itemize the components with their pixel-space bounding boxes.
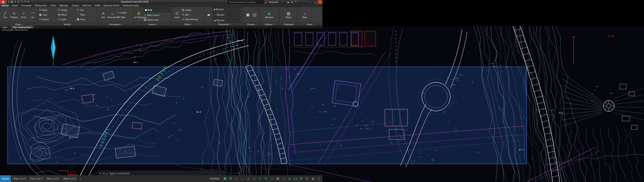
panel-label-block[interactable]: Block▾ <box>172 22 205 26</box>
osnap-icon[interactable]: ⌖ <box>257 176 263 182</box>
site-grading-plan-drawing[interactable]: SOQUELDRIVE36.234.838.444.6240.639.842.1… <box>0 26 644 182</box>
ribbon-button[interactable]: A Text <box>99 11 107 18</box>
bylayer-dropdown[interactable]: ▬ ByLayer ▾ <box>213 18 242 23</box>
layout-tab[interactable]: Plan 4 of 4 <box>61 175 78 182</box>
ortho-icon[interactable]: ∟ <box>240 176 245 182</box>
a360-cloud-icon[interactable]: ☁ <box>287 0 289 3</box>
ribbon-button[interactable]: ✓ Make Current <box>144 13 171 17</box>
ribbon-tab[interactable]: A360 <box>93 4 102 7</box>
ribbon-button[interactable]: ✎ Edit <box>182 13 198 17</box>
ribbon-button[interactable]: ╱ Line <box>1 11 9 18</box>
ribbon-tab[interactable]: Add-ins <box>81 4 93 7</box>
layer-dropdown[interactable]: ▾ <box>144 8 171 12</box>
annotation-visibility-icon[interactable]: A <box>287 176 292 182</box>
ribbon-button[interactable]: ▦ Array <box>77 17 96 22</box>
save-icon[interactable]: ⇓ <box>14 0 16 4</box>
bylayer-dropdown[interactable]: ■ ByLayer ▾ <box>213 7 242 12</box>
command-input[interactable]: Type a command <box>109 172 130 175</box>
close-button[interactable]: ✕ <box>318 0 322 4</box>
panel-label-draw[interactable]: Draw▾ <box>0 22 38 26</box>
application-menu-button[interactable]: A <box>0 0 6 4</box>
clean-screen-icon[interactable]: ▢ <box>316 176 322 182</box>
ribbon-tab[interactable]: Annotate <box>20 4 33 7</box>
model-space-label[interactable]: MODEL <box>210 177 220 180</box>
ribbon-button[interactable]: ↦ Stretch <box>39 17 58 22</box>
snap-icon[interactable]: ⊞ <box>228 176 234 182</box>
layer-properties-button[interactable]: ≣ Layer Properties <box>135 11 143 18</box>
panel-label-annotation[interactable]: Annotation▾ <box>98 22 133 26</box>
ribbon-tab[interactable]: Express Tools <box>102 4 121 7</box>
ribbon-tab[interactable]: Manage <box>57 4 70 7</box>
minimize-button[interactable]: ─ <box>309 0 313 4</box>
ribbon-button[interactable]: ⌒ Fillet <box>77 13 96 17</box>
grid-icon[interactable]: ▦ <box>222 176 228 182</box>
paste-button[interactable]: ▤ Paste <box>284 11 293 18</box>
quick-properties-icon[interactable]: ⊟ <box>304 176 310 182</box>
help-icon[interactable]: ? <box>295 0 296 3</box>
panel-label-view[interactable]: View▾ <box>298 22 322 26</box>
ribbon-tab[interactable]: Insert <box>10 4 20 7</box>
ribbon-button[interactable]: ↻ Rotate <box>58 8 77 13</box>
open-icon[interactable]: ▤ <box>10 0 13 4</box>
transparency-icon[interactable]: ▩ <box>275 176 280 182</box>
signin-user[interactable]: kmsmith <box>269 1 278 3</box>
plot-icon[interactable]: ⎙ <box>18 0 20 4</box>
undo-icon[interactable]: ↶ <box>21 0 23 4</box>
layout-tab[interactable]: Model <box>0 175 11 182</box>
panel-label-modify[interactable]: Modify▾ <box>38 22 98 26</box>
panel-label-properties[interactable]: Properties▾ <box>205 22 244 26</box>
search-input[interactable] <box>228 0 264 4</box>
redo-icon[interactable]: ↷ <box>24 0 26 4</box>
polar-tracking-icon[interactable]: ∠ <box>246 176 251 182</box>
new-drawing-tab-button[interactable]: + <box>35 26 39 29</box>
infer-constraints-icon[interactable]: ◇ <box>234 176 239 182</box>
ribbon-button[interactable]: ✛ Move <box>39 8 58 13</box>
panel-label-clipboard[interactable]: Clipboard <box>279 22 298 26</box>
layout-tab[interactable]: Plan 3 of 4 <box>28 175 45 182</box>
ribbon-button[interactable]: ⊞ Create <box>182 8 198 13</box>
command-close-icon[interactable]: ✕ <box>99 172 101 175</box>
measure-button[interactable]: ∡ Measure <box>265 11 273 18</box>
ribbon-button[interactable]: ▭ Edit Attributes <box>182 17 198 22</box>
new-layout-button[interactable]: + <box>78 175 83 182</box>
isodraft-icon[interactable]: △ <box>252 176 257 182</box>
ribbon-button[interactable]: ⇗ Scale <box>58 17 77 22</box>
new-icon[interactable]: ▯ <box>8 0 9 4</box>
layout-tab[interactable]: Plan 1 of 4 <box>45 175 62 182</box>
ribbon-tab[interactable]: Home <box>0 4 10 7</box>
workspace-icon[interactable]: ⚙ <box>299 176 304 182</box>
ribbon-button[interactable]: ▤ Match Layer <box>144 17 171 22</box>
layout-tab[interactable]: Plan 2 of 4 <box>11 175 28 182</box>
ribbon-button[interactable]: ⋈ Mirror <box>58 13 77 17</box>
ribbon-tab[interactable]: Featured Apps <box>121 4 140 7</box>
ungroup-icon[interactable]: ◱ <box>252 13 257 17</box>
annotation-scale-icon[interactable]: 1:1 <box>293 176 298 182</box>
insert-block-button[interactable]: ⊡ Insert <box>173 11 181 18</box>
panel-label-layers[interactable]: Layers▾ <box>134 22 171 26</box>
base-view-button[interactable]: ⌂ Base <box>301 11 309 18</box>
search-icon[interactable]: ◎ <box>265 1 267 4</box>
ribbon-button[interactable]: ↔ Dimension <box>108 11 117 18</box>
ribbon-button[interactable]: ▣ Copy <box>39 13 58 17</box>
ribbon-button[interactable]: ⊞ Table <box>117 15 127 19</box>
ribbon-button[interactable]: ○ Circle <box>19 11 28 18</box>
panel-label-utilities[interactable]: Utilities▾ <box>260 22 279 26</box>
dynamic-ucs-icon[interactable]: ⊥ <box>281 176 286 182</box>
ribbon-button[interactable]: ◠ Arc <box>29 11 37 18</box>
file-tab[interactable]: Start <box>0 26 10 29</box>
ribbon-button[interactable]: ↖ Leader <box>117 10 127 15</box>
group-icon[interactable]: ▣ <box>245 13 251 17</box>
isolate-objects-icon[interactable]: ◉ <box>310 176 316 182</box>
file-tab[interactable]: Site Grading Plan* <box>10 26 35 29</box>
panel-label-groups[interactable]: Groups▾ <box>244 22 259 26</box>
ribbon-tab[interactable]: Parametric <box>33 4 49 7</box>
object-snap-tracking-icon[interactable]: ✛ <box>263 176 269 182</box>
ribbon-tab[interactable]: View <box>49 4 57 7</box>
more-commands-icon[interactable]: ▾ <box>28 0 29 4</box>
match-properties-button[interactable]: ▰ <box>206 13 212 17</box>
ribbon-button[interactable]: ✂ Trim <box>77 8 96 13</box>
bylayer-dropdown[interactable]: — ByLayer ▾ <box>213 13 242 17</box>
lineweight-icon[interactable]: ≡ <box>269 176 275 182</box>
ribbon-tab[interactable]: Output <box>70 4 81 7</box>
command-customize-icon[interactable]: ⚙ <box>103 172 105 175</box>
